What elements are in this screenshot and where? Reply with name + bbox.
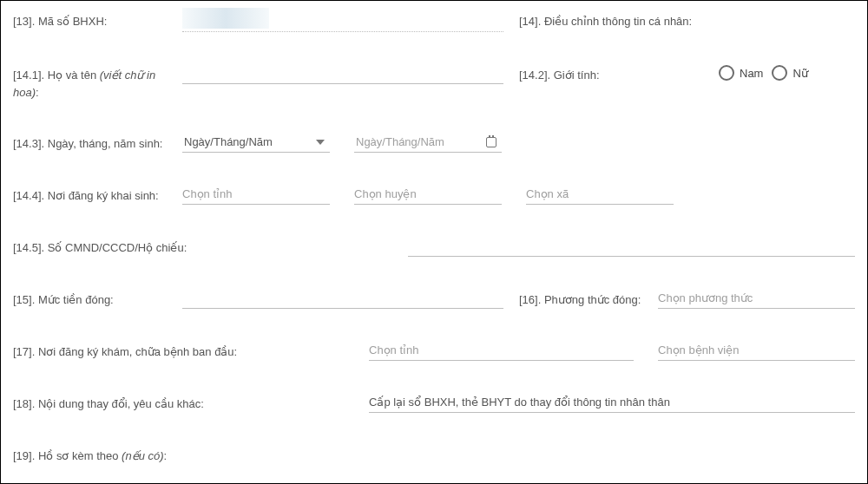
label-18: [18]. Nội dung thay đổi, yêu cầu khác:	[13, 390, 369, 413]
input-fullname[interactable]	[182, 62, 503, 84]
input-bhxh-shimmer[interactable]	[182, 8, 503, 32]
select-dob-format[interactable]: Ngày/Tháng/Năm	[182, 130, 330, 153]
select-dob-format-text: Ngày/Tháng/Năm	[184, 135, 273, 148]
input-dob-date[interactable]: Ngày/Tháng/Năm	[354, 130, 502, 153]
select-payment-method[interactable]	[658, 286, 855, 309]
radio-icon	[772, 65, 787, 81]
radio-icon	[719, 65, 734, 81]
label-13: [13]. Mã số BHXH:	[13, 8, 182, 30]
label-19: [19]. Hồ sơ kèm theo (nếu có):	[13, 442, 167, 465]
input-dob-date-placeholder: Ngày/Tháng/Năm	[356, 135, 444, 148]
label-14-3: [14.3]. Ngày, tháng, năm sinh:	[13, 130, 182, 153]
label-15: [15]. Mức tiền đóng:	[13, 286, 182, 309]
input-change-content[interactable]	[369, 390, 855, 413]
chevron-down-icon	[316, 140, 325, 145]
form-page: [13]. Mã số BHXH: [14]. Điều chỉnh thông…	[0, 0, 868, 484]
label-14-1: [14.1]. Họ và tên (viết chữ in hoa):	[13, 62, 182, 101]
radio-female[interactable]: Nữ	[772, 65, 807, 81]
label-17: [17]. Nơi đăng ký khám, chữa bệnh ban đầ…	[13, 338, 369, 361]
input-payment-amount[interactable]	[182, 286, 503, 309]
label-16: [16]. Phương thức đóng:	[519, 286, 658, 309]
input-birth-ward[interactable]	[526, 182, 674, 205]
radio-label-female: Nữ	[792, 67, 807, 80]
calendar-icon	[486, 137, 496, 147]
input-birth-district[interactable]	[354, 182, 502, 205]
input-exam-hospital[interactable]	[658, 338, 855, 361]
label-14-2: [14.2]. Giới tính:	[519, 62, 719, 84]
radio-male[interactable]: Nam	[719, 65, 763, 81]
label-14: [14]. Điều chỉnh thông tin cá nhân:	[519, 8, 692, 30]
input-id-number[interactable]	[408, 234, 855, 257]
input-birth-province[interactable]	[182, 182, 330, 205]
input-exam-province[interactable]	[369, 338, 634, 361]
label-14-4: [14.4]. Nơi đăng ký khai sinh:	[13, 182, 182, 205]
radio-label-male: Nam	[740, 67, 763, 80]
label-14-5: [14.5]. Số CMND/CCCD/Hộ chiếu:	[13, 234, 408, 257]
